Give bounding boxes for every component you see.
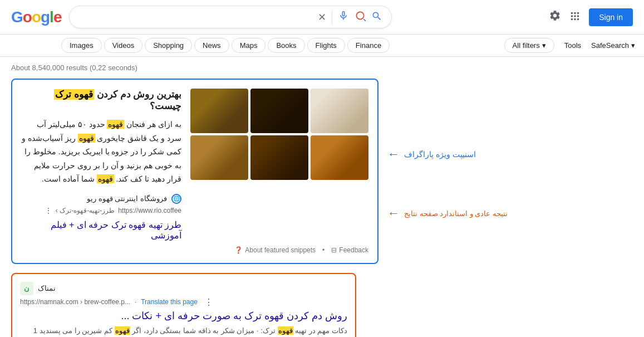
breadcrumb: طرز-تهیه-قهوه-ترک › [56,207,115,214]
source-url: https://www.rio.coffee [118,207,181,214]
about-featured-snippets-button[interactable]: ❓ About featured snippets [234,246,316,254]
chevron-down-icon-2: ▾ [631,41,635,50]
feedback-button[interactable]: ⊟ Feedback [331,246,368,254]
feedback-text: Feedback [339,246,368,254]
apps-grid-icon[interactable] [569,10,581,24]
featured-snippet-card: بهترین روش دم کردن قهوه ترک چیست؟ به ازا… [11,79,378,264]
tab-flights[interactable]: Flights [307,38,345,53]
tab-maps[interactable]: Maps [232,38,266,53]
coffee-image-1[interactable] [190,89,248,133]
search-submit-icon[interactable] [371,11,382,23]
question-mark-icon: ❓ [234,246,243,254]
result-description: دکات مهم در تهیه قهوه ترک: · میزان شکر ب… [20,325,347,338]
snippet-link[interactable]: طرز تهیه قهوه ترک حرفه ای + فیلم آموزشی [21,219,181,241]
coffee-image-2[interactable] [250,89,308,133]
tab-images[interactable]: Images [61,38,102,53]
snippet-annotation-text: اسنیپت ویژه پاراگراف [404,150,476,159]
tab-books[interactable]: Books [268,38,304,53]
results-count: About 8,540,000 results (0,22 seconds) [11,64,378,72]
svg-point-0 [357,12,364,19]
snippet-source-row: 🌐 فروشگاه اینترنتی قهوه ریو [21,194,181,204]
snippet-text-content: بهترین روش دم کردن قهوه ترک چیست؟ به ازا… [21,89,181,241]
results-column: About 8,540,000 results (0,22 seconds) ب… [11,64,378,337]
result-url: https://namnak.com › brew-coffee.p... [20,298,130,306]
result-annotation-text: نتیجه عادی و استاندارد صفحه نتایج [404,209,508,218]
source-name: فروشگاه اینترنتی قهوه ریو [87,194,167,203]
all-filters-button[interactable]: All filters ▾ [504,38,554,53]
snippet-title: بهترین روش دم کردن قهوه ترک چیست؟ [21,89,181,112]
more-options-icon[interactable]: ⋮ [45,206,52,215]
coffee-image-3[interactable] [311,89,368,133]
chevron-down-icon: ▾ [542,41,546,50]
result-title-link[interactable]: روش دم کردن قهوه ترک به صورت حرفه ای + ن… [20,310,347,322]
safesearch-label: SafeSearch [591,41,629,50]
snippet-body: به ازای هر فنجان قهوه حدود ۵۰ میلی‌لیتر … [21,118,181,186]
tab-finance[interactable]: Finance [347,38,390,53]
settings-icon[interactable] [549,9,561,25]
blue-arrow-icon: ← [387,147,400,162]
search-input[interactable]: نحوه آماده کردن قهوه ترک [78,12,312,22]
tab-news[interactable]: News [194,38,229,53]
clear-icon[interactable]: ✕ [318,11,326,23]
translate-link[interactable]: Translate this page [141,298,198,306]
search-bar: نحوه آماده کردن قهوه ترک ✕ [69,6,392,28]
orange-arrow-icon: ← [387,206,400,221]
google-logo[interactable]: Google [11,8,61,26]
snippet-url-row: https://www.rio.coffee طرز-تهیه-قهوه-ترک… [21,206,181,215]
coffee-image-5[interactable] [250,135,308,180]
regular-result-card: ن نمناک https://namnak.com › brew-coffee… [11,273,356,338]
tab-shopping[interactable]: Shopping [145,38,192,53]
result-annotation: ← نتیجه عادی و استاندارد صفحه نتایج [387,206,532,221]
result-favicon: ن [20,282,33,295]
sign-in-button[interactable]: Sign in [589,8,633,26]
separator-dot: • [322,246,325,254]
coffee-image-4[interactable] [190,135,248,180]
url-separator: · [135,298,136,306]
tab-videos[interactable]: Videos [104,38,143,53]
nav-tabs-bar: Images Videos Shopping News Maps Books F… [0,35,644,57]
header: Google نحوه آماده کردن قهوه ترک ✕ Sign i… [0,0,644,35]
snippet-footer: ❓ About featured snippets • ⊟ Feedback [21,246,368,254]
microphone-icon[interactable] [338,10,349,24]
snippet-images-grid [190,89,368,241]
feedback-icon: ⊟ [331,246,337,254]
main-content: About 8,540,000 results (0,22 seconds) ب… [0,57,644,337]
source-globe-icon: 🌐 [171,194,181,204]
result-source-name: نمناک [38,284,56,292]
all-filters-label: All filters [513,41,540,50]
result-source-row: ن نمناک [20,282,347,295]
result-more-options-icon[interactable]: ⋮ [204,297,213,307]
tools-button[interactable]: Tools [559,38,587,52]
about-text: About featured snippets [245,246,316,254]
snippet-annotation: ← اسنیپت ویژه پاراگراف [387,147,532,162]
coffee-image-6[interactable] [311,135,368,180]
result-url-row: https://namnak.com › brew-coffee.p... · … [20,297,347,307]
annotations-column: ← اسنیپت ویژه پاراگراف ← نتیجه عادی و اس… [387,64,532,337]
header-actions: Sign in [549,8,633,26]
safesearch-button[interactable]: SafeSearch ▾ [591,41,635,50]
lens-icon[interactable] [355,10,366,24]
